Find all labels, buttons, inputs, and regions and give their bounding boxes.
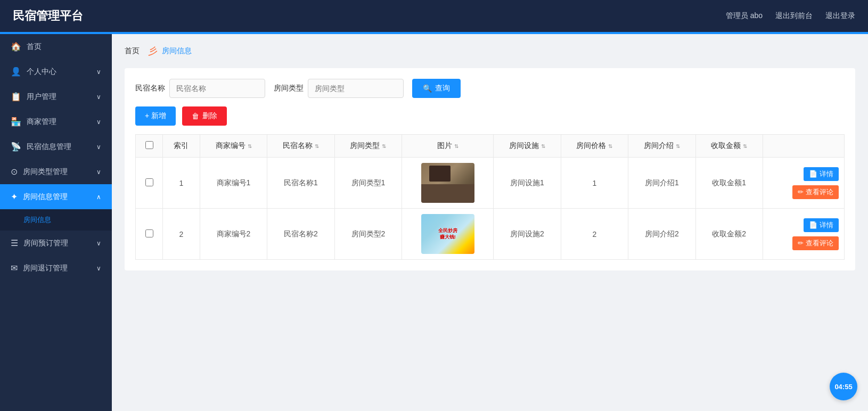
select-all-checkbox[interactable] [145,141,153,149]
th-index: 索引 [163,135,200,158]
chevron-icon-user: ∨ [96,93,101,101]
td-image-2: 全民炒房赚大钱! [402,209,494,260]
chevron-icon-cancel: ∨ [96,265,101,272]
merchant-icon: 🏪 [11,117,21,127]
content-card: 民宿名称 房间类型 🔍 查询 + 新增 🗑 [125,68,855,270]
td-room-type-1: 房间类型1 [334,158,402,209]
th-merchant-no: 商家编号⇅ [200,135,267,158]
clock-badge: 04:55 [830,373,857,400]
td-facilities-1: 房间设施1 [494,158,561,209]
td-inn-name-2: 民宿名称2 [267,209,334,260]
td-merchant-no-1: 商家编号1 [200,158,267,209]
search-btn-label: 查询 [435,84,450,93]
td-checkbox-2 [136,209,163,260]
room-image-2: 全民炒房赚大钱! [421,214,474,254]
search-button[interactable]: 🔍 查询 [412,79,461,98]
sidebar-label-booking: 房间预订管理 [23,239,68,248]
sidebar-item-room-cancel[interactable]: ✉ 房间退订管理 ∨ [0,256,112,281]
chevron-icon-booking: ∨ [96,240,101,247]
header-actions: 管理员 abo 退出到前台 退出登录 [726,11,855,21]
table-header-row: 索引 商家编号⇅ 民宿名称⇅ 房间类型⇅ [136,135,845,158]
sidebar-label-home: 首页 [27,42,42,52]
row-checkbox-2[interactable] [145,229,153,237]
review-btn-1[interactable]: ✏ 查看评论 [792,185,839,199]
detail-btn-1[interactable]: 📄 详情 [804,167,839,181]
td-checkbox-1 [136,158,163,209]
td-inn-name-1: 民宿名称1 [267,158,334,209]
th-actions [763,135,845,158]
td-index-1: 1 [163,158,200,209]
main-content: 首页 彡 房间信息 民宿名称 房间类型 🔍 查询 [112,34,868,411]
sidebar-item-room-info[interactable]: ✦ 房间信息管理 ∧ [0,184,112,209]
sidebar-label-personal: 个人中心 [27,67,56,77]
td-merchant-no-2: 商家编号2 [200,209,267,260]
sidebar-label-user: 用户管理 [27,92,56,102]
th-room-type: 房间类型⇅ [334,135,402,158]
delete-icon: 🗑 [192,112,199,120]
td-price-1: 1 [561,158,628,209]
table-wrapper: 索引 商家编号⇅ 民宿名称⇅ 房间类型⇅ [135,134,845,260]
td-fee-2: 收取金额2 [695,209,763,260]
room-image-1 [421,163,474,203]
td-index-2: 2 [163,209,200,260]
th-image: 图片⇅ [402,135,494,158]
goto-frontend-btn[interactable]: 退出到前台 [775,11,813,21]
sidebar-item-inn-info[interactable]: 📡 民宿信息管理 ∨ [0,134,112,159]
sidebar-item-user[interactable]: 📋 用户管理 ∨ [0,84,112,109]
inn-name-input[interactable] [169,79,265,98]
sidebar-label-room-info: 房间信息管理 [23,192,68,202]
th-intro: 房间介绍⇅ [628,135,695,158]
row-checkbox-1[interactable] [145,178,153,186]
room-type-field: 房间类型 [274,79,404,98]
logout-btn[interactable]: 退出登录 [825,11,855,21]
breadcrumb-home[interactable]: 首页 [125,46,140,56]
delete-button[interactable]: 🗑 删除 [182,106,227,126]
th-facilities: 房间设施⇅ [494,135,561,158]
add-button[interactable]: + 新增 [135,106,176,126]
td-actions-1: 📄 详情 ✏ 查看评论 [763,158,845,209]
inn-name-field: 民宿名称 [135,79,265,98]
sidebar-label-room-type: 房间类型管理 [23,167,68,177]
sidebar-item-personal[interactable]: 👤 个人中心 ∨ [0,59,112,84]
breadcrumb-icon: 彡 [148,45,158,57]
detail-icon-2: 📄 [809,221,817,229]
room-table: 索引 商家编号⇅ 民宿名称⇅ 房间类型⇅ [135,134,845,260]
home-icon: 🏠 [11,42,21,52]
search-bar: 民宿名称 房间类型 🔍 查询 [135,79,845,98]
sidebar-item-home[interactable]: 🏠 首页 [0,34,112,59]
chevron-icon-inn: ∨ [96,143,101,151]
td-fee-1: 收取金额1 [695,158,763,209]
current-user: 管理员 abo [726,11,763,21]
td-intro-1: 房间介绍1 [628,158,695,209]
review-icon-2: ✏ [798,239,804,247]
personal-icon: 👤 [11,67,21,77]
td-room-type-2: 房间类型2 [334,209,402,260]
room-type-icon: ⊙ [11,167,18,177]
room-info-icon: ✦ [11,192,18,202]
clock-time: 04:55 [834,383,852,391]
layout: 🏠 首页 👤 个人中心 ∨ 📋 用户管理 ∨ 🏪 商家管理 ∨ [0,34,868,411]
review-btn-2[interactable]: ✏ 查看评论 [792,236,839,250]
room-type-label: 房间类型 [274,84,304,93]
breadcrumb: 首页 彡 房间信息 [125,45,855,57]
sidebar-item-merchant[interactable]: 🏪 商家管理 ∨ [0,109,112,134]
inn-name-label: 民宿名称 [135,84,165,93]
td-intro-2: 房间介绍2 [628,209,695,260]
sidebar-sub-item-room-detail[interactable]: 房间信息 [0,209,112,231]
td-actions-2: 📄 详情 ✏ 查看评论 [763,209,845,260]
sidebar-label-inn-info: 民宿信息管理 [27,142,71,152]
td-facilities-2: 房间设施2 [494,209,561,260]
chevron-icon: ∨ [96,68,101,76]
table-row: 2 商家编号2 民宿名称2 房间类型2 全民炒房赚大钱! 房间设施2 2 [136,209,845,260]
review-icon-1: ✏ [798,188,804,196]
add-label: + 新增 [145,111,166,121]
sidebar-item-room-booking[interactable]: ☰ 房间预订管理 ∨ [0,231,112,256]
sidebar-label-cancel: 房间退订管理 [23,264,68,273]
detail-btn-2[interactable]: 📄 详情 [804,218,839,232]
chevron-icon-room-type: ∨ [96,168,101,176]
room-type-input[interactable] [308,79,404,98]
search-icon: 🔍 [423,84,432,93]
chevron-icon-merchant: ∨ [96,118,101,126]
sidebar-item-room-type[interactable]: ⊙ 房间类型管理 ∨ [0,159,112,184]
sidebar-label-merchant: 商家管理 [27,117,56,127]
